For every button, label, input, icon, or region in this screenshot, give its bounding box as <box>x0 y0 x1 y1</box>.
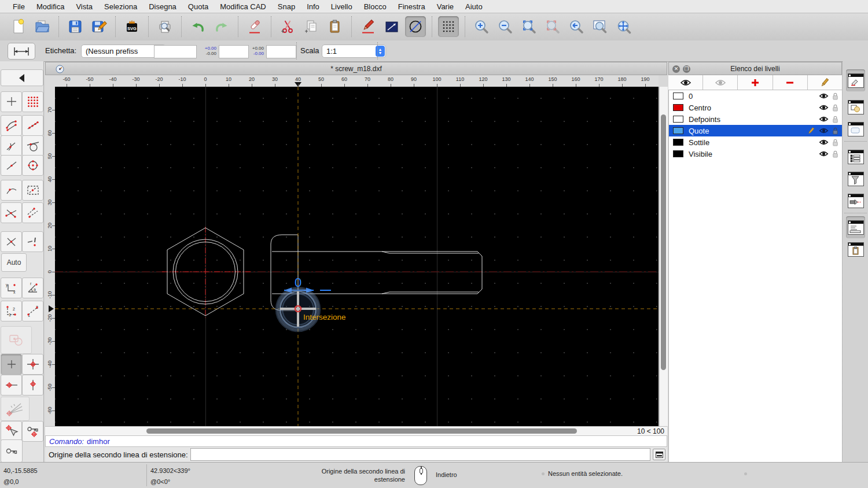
selection-filter-window-toggle-button[interactable] <box>846 168 865 190</box>
remove-layer-button[interactable] <box>773 75 808 90</box>
layer-visibility-eye-icon[interactable] <box>819 93 829 99</box>
prefix-dropdown[interactable]: (Nessun prefiss ▲▼ <box>81 45 166 58</box>
snap-auto-button[interactable]: Auto <box>1 253 27 272</box>
menu-item-disegna[interactable]: Disegna <box>143 2 182 11</box>
restrict-orthogonal-button[interactable] <box>22 354 43 375</box>
lock-relative-zero-button[interactable] <box>22 421 43 442</box>
zoom-selection-button[interactable] <box>542 16 563 37</box>
add-layer-button[interactable] <box>738 75 773 90</box>
layer-visibility-eye-icon[interactable] <box>819 116 829 123</box>
tolerance-lower-input[interactable] <box>266 45 296 58</box>
set-relative-zero-button[interactable] <box>1 421 22 442</box>
save-file-as-button[interactable] <box>89 16 109 37</box>
snap-reference-button[interactable] <box>22 180 43 201</box>
snap-intersection-manual-button[interactable] <box>22 202 43 223</box>
zoom-auto-button[interactable] <box>518 16 539 37</box>
property-editor-window-toggle-button[interactable] <box>846 146 865 168</box>
snap-endpoint-button[interactable] <box>1 115 22 136</box>
snap-cross-button[interactable] <box>1 231 22 252</box>
layer-row-visibile[interactable]: Visibile <box>669 148 842 160</box>
vertical-scrollbar[interactable] <box>659 87 668 426</box>
edit-layer-button[interactable] <box>808 75 842 90</box>
layer-edit-pencil-icon[interactable] <box>807 127 815 135</box>
layer-lock-icon[interactable] <box>832 127 838 135</box>
snap-on-entity-button[interactable] <box>22 115 43 136</box>
edit-pencil-button[interactable] <box>358 16 378 37</box>
document-window-titlebar[interactable]: * screw_m18.dxf <box>45 62 667 75</box>
zoom-previous-button[interactable] <box>566 16 587 37</box>
angle-protractor-button[interactable] <box>1 397 30 421</box>
coord-relative-polar-button[interactable]: 12 <box>22 301 43 321</box>
menu-item-info[interactable]: Info <box>301 2 325 11</box>
clipboard-window-toggle-button[interactable] <box>846 238 865 260</box>
selection-tool-button[interactable] <box>1 326 32 354</box>
torch-window-toggle-button[interactable] <box>846 190 865 212</box>
cut-button[interactable] <box>277 16 298 37</box>
layer-panel-float-button[interactable]: ❐ <box>683 65 690 73</box>
ellipse-tool-button[interactable] <box>405 16 426 37</box>
menu-item-modifica[interactable]: Modifica <box>31 2 70 11</box>
save-file-button[interactable] <box>65 16 86 37</box>
print-preview-button[interactable] <box>155 16 175 37</box>
command-keyboard-toggle-button[interactable] <box>653 449 665 460</box>
coord-polar-button[interactable]: ra <box>22 278 43 298</box>
restrict-horizontal-button[interactable] <box>1 375 22 395</box>
tolerance-upper-input[interactable] <box>219 45 249 58</box>
zoom-pan-button[interactable] <box>613 16 634 37</box>
coord-cartesian-button[interactable]: yx <box>1 278 22 298</box>
open-file-button[interactable] <box>32 16 53 37</box>
menu-item-seleziona[interactable]: Seleziona <box>98 2 143 11</box>
layer-lock-icon[interactable] <box>832 116 838 123</box>
layer-lock-icon[interactable] <box>832 150 838 158</box>
layer-visibility-eye-icon[interactable] <box>819 150 829 157</box>
restrict-vertical-button[interactable] <box>22 375 43 395</box>
block-list-window-toggle-button[interactable] <box>846 96 865 118</box>
menu-item-varie[interactable]: Varie <box>431 2 459 11</box>
layer-row-centro[interactable]: Centro <box>669 102 842 113</box>
snap-grid-button[interactable] <box>22 91 43 112</box>
scala-dropdown[interactable]: 1:1 ▲▼ <box>322 45 386 58</box>
zoom-window-button[interactable] <box>590 16 610 37</box>
snap-middle-button[interactable] <box>1 155 22 176</box>
layer-list-window-toggle-button[interactable] <box>846 69 865 91</box>
layer-visibility-eye-icon[interactable] <box>819 127 829 134</box>
snap-center-button[interactable] <box>22 155 43 176</box>
library-browser-window-toggle-button[interactable] <box>846 118 865 140</box>
menu-item-file[interactable]: File <box>7 2 31 11</box>
layer-visibility-eye-icon[interactable] <box>819 139 829 146</box>
redo-button[interactable] <box>211 16 232 37</box>
relative-zero-key-button[interactable] <box>1 439 23 463</box>
new-file-button[interactable] <box>8 16 29 37</box>
grid-toggle-button[interactable] <box>438 16 459 37</box>
export-svg-button[interactable]: SVG <box>122 16 142 37</box>
menu-item-snap[interactable]: Snap <box>272 2 301 11</box>
layer-visibility-eye-icon[interactable] <box>819 104 829 111</box>
zoom-in-button[interactable] <box>471 16 492 37</box>
snap-perpendicular-button[interactable] <box>1 135 22 156</box>
coord-relative-cartesian-button[interactable]: 12 <box>1 301 22 321</box>
snap-distance-button[interactable] <box>1 180 22 201</box>
undo-button[interactable] <box>187 16 208 37</box>
command-input[interactable] <box>190 448 650 461</box>
menu-item-blocco[interactable]: Blocco <box>358 2 392 11</box>
command-widget-window-toggle-button[interactable] <box>846 216 865 238</box>
line-tool-button[interactable] <box>381 16 402 37</box>
layer-row-defpoints[interactable]: Defpoints <box>669 113 842 125</box>
menu-item-finestra[interactable]: Finestra <box>392 2 431 11</box>
restrict-nothing-button[interactable] <box>1 354 22 375</box>
horizontal-scrollbar[interactable]: 10 < 100 <box>45 426 667 436</box>
layer-lock-icon[interactable] <box>832 104 838 112</box>
menu-item-aiuto[interactable]: Aiuto <box>459 2 488 11</box>
snap-intersection-button[interactable] <box>1 202 22 223</box>
back-button[interactable] <box>1 69 43 86</box>
copy-button[interactable] <box>301 16 322 37</box>
show-selected-layers-button[interactable] <box>703 75 738 90</box>
paste-button[interactable] <box>325 16 345 37</box>
layer-panel-close-button[interactable]: ✕ <box>672 65 680 73</box>
menu-item-livello[interactable]: Livello <box>325 2 358 11</box>
layer-lock-icon[interactable] <box>832 139 838 146</box>
horizontal-scrollbar-thumb[interactable] <box>146 428 577 434</box>
layer-row-0[interactable]: 0 <box>669 90 842 102</box>
menu-item-modifica-cad[interactable]: Modifica CAD <box>214 2 271 11</box>
snap-nothing-button[interactable] <box>22 231 43 252</box>
